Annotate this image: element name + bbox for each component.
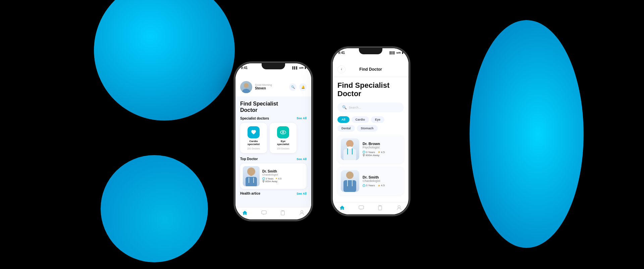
nav-clipboard-right[interactable] <box>377 205 383 210</box>
svg-rect-18 <box>343 149 356 160</box>
svg-rect-13 <box>262 211 266 214</box>
doctor-list: Dr. Brown Psychologist 3 Years ★ 4.5 <box>337 135 404 195</box>
left-body: Find Specialist Doctor Specialist doctor… <box>235 96 311 207</box>
cardio-count: 231 Doctors <box>247 147 260 150</box>
filter-cardio[interactable]: Cardio <box>352 116 369 123</box>
back-button[interactable]: ‹ <box>337 65 345 73</box>
filter-all[interactable]: All <box>337 116 350 123</box>
svg-rect-6 <box>246 177 257 186</box>
eye-name: Eyespecialist <box>277 140 289 146</box>
dr-smith-rating: ★ 4.5 <box>275 177 281 180</box>
svg-point-4 <box>283 132 284 133</box>
greeting-name: Steven <box>255 86 272 90</box>
svg-rect-33 <box>379 205 381 206</box>
dr-brown-info: Dr. Brown Psychologist 3 Years ★ 4.5 <box>363 142 400 157</box>
filter-stomach[interactable]: Stomach <box>357 125 378 132</box>
doctor-card-brown[interactable]: Dr. Brown Psychologist 3 Years ★ 4.5 <box>337 135 404 163</box>
filter-dental[interactable]: Dental <box>337 125 355 132</box>
status-time-right: 9:41 <box>338 51 345 55</box>
right-header: ‹ Find Doctor <box>333 56 409 77</box>
nav-clipboard-left[interactable] <box>280 210 285 215</box>
svg-point-24 <box>364 154 364 155</box>
search-icon-btn[interactable]: 🔍 <box>289 83 297 91</box>
phone-left: 9:41 ▌▌▌ wifi ▮ Good <box>235 63 312 220</box>
find-title-line1: Find Specialist <box>337 81 389 89</box>
right-screen: 9:41 ▌▌▌ wifi ▮ ‹ Find Doctor Find Speci… <box>333 48 409 214</box>
clock-icon <box>262 177 265 180</box>
notch-left <box>262 63 285 69</box>
left-header: Good Morning Steven 🔍 🔔 <box>235 71 311 96</box>
greeting-text: Good Morning Steven <box>255 83 272 91</box>
specialists-see-all[interactable]: See All <box>297 117 307 120</box>
nav-profile-right[interactable] <box>396 205 402 210</box>
eye-icon <box>277 126 289 138</box>
specialists-label: Specialist doctors <box>240 117 269 120</box>
dr-brown-specialty: Psychologist <box>363 146 400 149</box>
search-bar[interactable]: 🔍 Search... <box>337 103 404 112</box>
phones-wrapper: 9:41 ▌▌▌ wifi ▮ Good <box>0 0 644 269</box>
dr-smith-specialty: Chardiologist <box>262 173 304 176</box>
dr-brown-meta: 3 Years ★ 4.5 <box>363 150 400 154</box>
health-article-header: Health artice See All <box>240 192 307 195</box>
dr-brown-distance: 800m Away <box>363 154 400 157</box>
top-doctor-see-all[interactable]: See All <box>297 157 307 161</box>
clipboard-icon-left <box>280 210 285 215</box>
dr-brown-avatar <box>341 138 359 160</box>
dr-brown-name: Dr. Brown <box>363 142 400 146</box>
chat-icon-right <box>359 205 364 210</box>
location-icon <box>262 180 265 183</box>
doctor-card-smith-r[interactable]: Dr. Smith Chardiologist 3 Years ★ 4.5 <box>337 167 404 195</box>
filter-row-1: All Cardio Eye <box>337 116 404 123</box>
right-page-title: Find Doctor <box>348 67 393 72</box>
specialists-header: Specialist doctors See All <box>240 117 307 120</box>
nav-chat-right[interactable] <box>359 205 364 210</box>
health-article-see-all[interactable]: See All <box>297 192 307 195</box>
profile-icon-right <box>396 205 402 210</box>
status-time-left: 9:41 <box>241 66 248 70</box>
nav-home-left[interactable] <box>242 210 248 215</box>
svg-point-16 <box>301 210 303 213</box>
dr-brown-years: 3 Years <box>363 150 375 154</box>
find-title-line2: Doctor <box>337 89 361 98</box>
heart-svg <box>250 129 257 136</box>
dr-brown-rating: ★ 4.5 <box>378 150 385 154</box>
avatar <box>240 81 252 93</box>
health-article-label: Health artice <box>240 192 260 195</box>
svg-point-12 <box>263 181 264 181</box>
left-screen: 9:41 ▌▌▌ wifi ▮ Good <box>235 63 311 219</box>
header-icons[interactable]: 🔍 🔔 <box>289 83 307 91</box>
notification-icon-btn[interactable]: 🔔 <box>299 83 307 91</box>
profile-icon-left <box>299 210 305 215</box>
svg-point-34 <box>398 205 400 208</box>
notch-right <box>359 48 382 54</box>
hero-title-line1: Find Specialist <box>240 101 278 107</box>
dr-smith-meta: 3 Years ★ 4.5 <box>262 177 304 180</box>
dr-smith-rating-r: ★ 4.5 <box>378 184 385 187</box>
dr-smith-years-r: 3 Years <box>363 184 375 187</box>
nav-profile-left[interactable] <box>299 210 305 215</box>
dr-smith-name-r: Dr. Smith <box>363 175 400 179</box>
nav-chat-left[interactable] <box>261 210 267 215</box>
cardio-icon <box>248 126 260 138</box>
nav-home-right[interactable] <box>339 205 345 210</box>
filter-eye[interactable]: Eye <box>371 116 384 123</box>
clipboard-icon-right <box>377 205 383 210</box>
specialist-row: Cardiospecialist 231 Doctors Eyespeciali… <box>240 123 307 153</box>
status-icons-left: ▌▌▌ wifi ▮ <box>292 66 306 69</box>
dr-smith-avatar-r <box>341 170 359 192</box>
clock-icon-s <box>363 184 365 187</box>
find-title: Find Specialist Doctor <box>337 81 404 98</box>
cardio-name: Cardiospecialist <box>248 140 260 146</box>
dr-smith-svg <box>243 166 260 186</box>
dr-brown-svg <box>341 138 359 160</box>
specialist-card-eye[interactable]: Eyespecialist 150 Doctors <box>270 123 297 153</box>
right-body: Find Specialist Doctor 🔍 Search... All C… <box>333 77 409 202</box>
bottom-nav-left <box>235 207 311 219</box>
phone-right: 9:41 ▌▌▌ wifi ▮ ‹ Find Doctor Find Speci… <box>332 48 409 215</box>
specialist-card-cardio[interactable]: Cardiospecialist 231 Doctors <box>240 123 267 153</box>
doctor-card-smith[interactable]: Dr. Smith Chardiologist 3 Years ★ 4.5 <box>240 163 307 189</box>
svg-point-17 <box>346 140 354 147</box>
avatar-greeting: Good Morning Steven <box>240 81 272 93</box>
top-doctor-header: Top Doctor See All <box>240 157 307 161</box>
eye-count: 150 Doctors <box>277 147 289 150</box>
